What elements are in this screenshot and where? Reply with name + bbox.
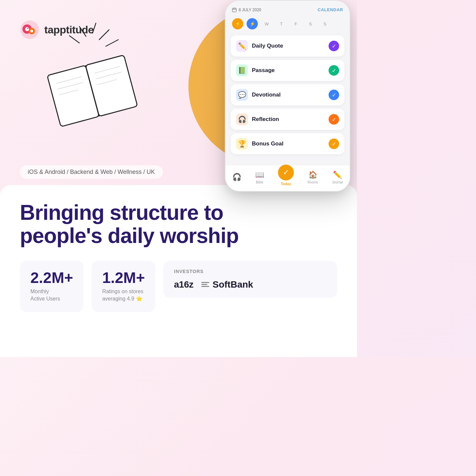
task-reflection[interactable]: 🎧 Reflection ✓ [231,109,344,130]
softbank-text: SoftBank [213,279,253,290]
day-wednesday[interactable]: W [261,18,272,29]
passage-label: Passage [252,67,275,74]
phone-screen: 8 JULY 2020 CALENDAR ⚡ ⚡ W T F S S ✏️ [225,1,350,191]
journal-nav-label: Journal [332,180,343,184]
calendar-small-icon [232,8,237,12]
nav-item-journal[interactable]: ✏️ Journal [332,171,343,184]
passage-icon-wrap: 📗 [236,64,248,76]
investors-title: INVESTORS [174,269,327,274]
phone-date: 8 JULY 2020 [232,8,261,12]
stat-mau-label: MonthlyActive Users [30,288,73,303]
day-sunday[interactable]: S [319,18,331,29]
devotional-icon-wrap: 💬 [236,89,248,101]
reflection-icon: 🎧 [238,115,246,123]
rooms-nav-label: Rooms [308,180,318,184]
investors-card: INVESTORS a16z SoftBank [163,261,337,298]
reflection-label: Reflection [252,116,279,123]
bottom-nav: 🎧 📖 Bible ✓ Today 🏠 Rooms ✏️ [225,165,350,191]
daily-quote-label: Daily Quote [252,43,283,49]
phone-header: 8 JULY 2020 CALENDAR [231,7,344,12]
stats-row: 2.2M+ MonthlyActive Users 1.2M+ Ratings … [20,261,337,312]
bonus-goal-check: ✓ [329,139,339,149]
svg-line-9 [79,26,86,36]
day-thursday[interactable]: T [276,18,287,29]
platform-tags: iOS & Android / Backend & Web / Wellness… [20,165,163,179]
reflection-check: ✓ [329,114,339,125]
svg-line-11 [99,30,109,40]
journal-nav-icon: ✏️ [333,171,342,179]
nav-item-audio[interactable]: 🎧 [232,173,241,181]
devotional-icon: 💬 [238,91,246,99]
daily-quote-icon: ✏️ [238,42,246,50]
task-left-daily-quote: ✏️ Daily Quote [236,40,283,52]
bible-nav-icon: 📖 [255,171,264,179]
today-check-icon: ✓ [283,168,289,177]
task-passage[interactable]: 📗 Passage ✓ [231,60,344,81]
daily-quote-check: ✓ [329,41,339,51]
task-devotional[interactable]: 💬 Devotional ✓ [231,84,344,105]
nav-item-bible[interactable]: 📖 Bible [255,171,264,184]
softbank-line-3 [201,286,209,287]
audio-nav-icon: 🎧 [232,173,241,181]
today-active-bg: ✓ [278,165,294,180]
bonus-goal-icon-wrap: 🏆 [236,138,248,150]
passage-icon: 📗 [238,66,246,74]
calendar-link[interactable]: CALENDAR [318,7,343,12]
phone-frame: 8 JULY 2020 CALENDAR ⚡ ⚡ W T F S S ✏️ [225,0,350,192]
stat-card-ratings: 1.2M+ Ratings on storesaveraging 4.9 ⭐ [92,261,155,312]
day-saturday[interactable]: S [305,18,316,29]
daily-quote-icon-wrap: ✏️ [236,40,248,52]
reflection-icon-wrap: 🎧 [236,113,248,125]
bonus-goal-label: Bonus Goal [252,140,283,147]
nav-item-rooms[interactable]: 🏠 Rooms [308,171,318,184]
devotional-label: Devotional [252,92,281,98]
task-left-devotional: 💬 Devotional [236,89,281,101]
task-left-passage: 📗 Passage [236,64,275,76]
svg-rect-20 [232,8,236,12]
day-monday[interactable]: ⚡ [232,18,243,29]
day-friday[interactable]: F [290,18,301,29]
stat-ratings-label: Ratings on storesaveraging 4.9 ⭐ [102,288,145,303]
phone-mockup: 8 JULY 2020 CALENDAR ⚡ ⚡ W T F S S ✏️ [225,0,357,198]
passage-check: ✓ [329,65,339,76]
task-left-bonus-goal: 🏆 Bonus Goal [236,138,283,150]
today-nav-label: Today [281,182,291,186]
svg-line-12 [106,40,118,46]
nav-item-today[interactable]: ✓ Today [278,169,294,186]
bottom-section: Bringing structure to people's daily wor… [0,185,357,357]
svg-line-13 [69,36,79,43]
softbank-line-1 [201,282,209,283]
svg-line-10 [93,23,96,33]
softbank-logo: SoftBank [201,279,253,290]
bonus-goal-icon: 🏆 [238,140,246,148]
headline: Bringing structure to people's daily wor… [20,201,337,248]
book-illustration [26,20,139,134]
task-left-reflection: 🎧 Reflection [236,113,279,125]
bible-nav-label: Bible [256,180,263,184]
day-tuesday[interactable]: ⚡ [247,18,258,29]
softbank-lines-icon [201,282,209,287]
task-bonus-goal[interactable]: 🏆 Bonus Goal ✓ [231,133,344,154]
stat-mau-number: 2.2M+ [30,270,73,285]
devotional-check: ✓ [329,90,339,100]
softbank-line-2 [201,284,207,285]
task-daily-quote[interactable]: ✏️ Daily Quote ✓ [231,35,344,57]
stat-card-mau: 2.2M+ MonthlyActive Users [20,261,84,312]
week-days-row: ⚡ ⚡ W T F S S [231,18,344,29]
investors-logos: a16z SoftBank [174,279,327,290]
stat-ratings-number: 1.2M+ [102,270,145,285]
a16z-logo: a16z [174,279,193,290]
rooms-nav-icon: 🏠 [308,171,317,179]
